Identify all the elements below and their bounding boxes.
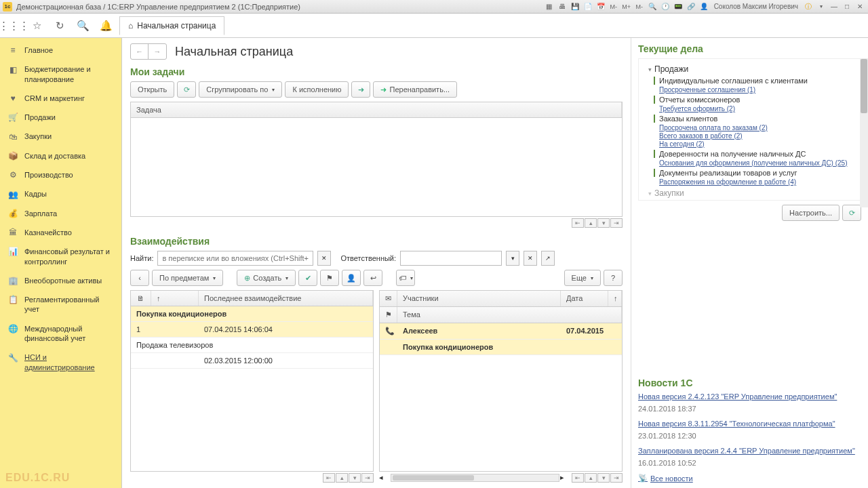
sidebar-item-sales[interactable]: 🛒Продажи — [0, 108, 121, 127]
scroll-right-icon[interactable]: ▸ — [560, 473, 571, 483]
configure-button[interactable]: Настроить... — [782, 205, 840, 221]
responsible-input[interactable] — [400, 251, 502, 266]
group-by-button[interactable]: Сгруппировать по▾ — [199, 81, 282, 98]
nav-up-icon[interactable]: ▴ — [336, 473, 348, 483]
scroll-left-icon[interactable]: ◂ — [379, 473, 390, 483]
flag-button[interactable]: ⚑ — [320, 270, 339, 286]
sidebar-item-salary[interactable]: 💰Зарплата — [0, 204, 121, 223]
messages-col-date[interactable]: Дата — [561, 291, 608, 306]
redirect-button[interactable]: ➜Перенаправить... — [373, 81, 457, 98]
nav-last-icon[interactable]: ⇥ — [610, 473, 623, 483]
subjects-col-last[interactable]: Последнее взаимодействие — [199, 291, 373, 306]
nav-down-icon[interactable]: ▾ — [597, 473, 610, 483]
table-row[interactable]: 1 07.04.2015 14:06:04 — [131, 322, 373, 338]
info-icon[interactable]: ⓘ — [803, 2, 814, 12]
clock-icon[interactable]: 🕐 — [660, 2, 671, 12]
nav-down-icon[interactable]: ▾ — [597, 218, 610, 228]
nav-down-icon[interactable]: ▾ — [349, 473, 361, 483]
subjects-col-sort[interactable]: ↑ — [151, 291, 199, 306]
maximize-icon[interactable]: □ — [842, 2, 852, 12]
current-group-sales[interactable]: Продажи — [648, 64, 858, 74]
table-row[interactable]: Продажа телевизоров — [131, 338, 373, 353]
history-icon[interactable]: ↻ — [50, 16, 69, 35]
sidebar-item-regulated[interactable]: 📋Регламентированный учет — [0, 290, 121, 319]
current-link[interactable]: Распоряжения на оформление в работе (4) — [659, 178, 858, 186]
m-minus-icon[interactable]: M- — [608, 2, 619, 12]
nav-last-icon[interactable]: ⇥ — [361, 473, 374, 483]
nav-first-icon[interactable]: ⇤ — [323, 473, 335, 483]
sidebar-item-admin[interactable]: 🔧НСИ и администрирование — [0, 348, 121, 377]
sidebar-item-purchases[interactable]: 🛍Закупки — [0, 127, 121, 146]
by-subject-button[interactable]: По предметам▾ — [152, 270, 223, 286]
forward-icon[interactable]: → — [149, 44, 166, 59]
calendar-icon[interactable]: 📅 — [595, 2, 606, 12]
sidebar-item-assets[interactable]: 🏢Внеоборотные активы — [0, 271, 121, 290]
table-row[interactable]: 📞 Алексеев 07.04.2015 — [380, 323, 622, 340]
grid-icon[interactable]: ▦ — [544, 2, 555, 12]
tab-home[interactable]: ⌂ Начальная страница — [119, 16, 224, 35]
tag-button[interactable]: 🏷▾ — [396, 270, 415, 286]
back-button[interactable]: ‹ — [130, 270, 149, 286]
nav-last-icon[interactable]: ⇥ — [610, 218, 623, 228]
print-icon[interactable]: 🖶 — [557, 2, 568, 12]
tasks-header-task[interactable]: Задача — [131, 102, 622, 117]
messages-col-participants[interactable]: Участники — [397, 291, 561, 306]
current-link[interactable]: Всего заказов в работе (2) — [659, 132, 858, 140]
bell-icon[interactable]: 🔔 — [96, 16, 115, 35]
sidebar-item-treasury[interactable]: 🏛Казначейство — [0, 223, 121, 242]
current-group-purchases[interactable]: Закупки — [648, 188, 858, 198]
messages-col-flag[interactable]: ⚑ — [380, 307, 397, 323]
doc-icon[interactable]: 📄 — [583, 2, 593, 12]
check-button[interactable]: ✔ — [298, 270, 317, 286]
news-link[interactable]: Новая версия 2.4.2.123 "ERP Управление п… — [638, 392, 837, 401]
save-icon[interactable]: 💾 — [570, 2, 580, 12]
nav-first-icon[interactable]: ⇤ — [572, 473, 584, 483]
refresh-button[interactable]: ⟳ — [177, 81, 196, 98]
messages-col-icon[interactable]: ✉ — [380, 291, 397, 306]
v-scrollbar[interactable] — [860, 58, 861, 207]
clear-responsible-button[interactable]: ✕ — [524, 251, 537, 266]
current-link[interactable]: Просроченные соглашения (1) — [659, 86, 858, 94]
nav-up-icon[interactable]: ▴ — [585, 218, 597, 228]
current-link[interactable]: Просрочена оплата по заказам (2) — [659, 124, 858, 131]
more-button[interactable]: Еще▾ — [564, 270, 601, 286]
current-link[interactable]: Основания для оформления (получение нали… — [659, 159, 858, 167]
all-news-link[interactable]: 📡Все новости — [638, 474, 861, 483]
h-scrollbar[interactable] — [391, 474, 559, 482]
news-link[interactable]: Новая версия 8.3.11.2954 "Технологическа… — [638, 420, 835, 428]
messages-col-sort[interactable]: ↑ — [608, 291, 622, 306]
create-button[interactable]: ⊕Создать▾ — [237, 270, 296, 286]
sidebar-item-hr[interactable]: 👥Кадры — [0, 184, 121, 203]
sidebar-item-main[interactable]: ≡Главное — [0, 41, 121, 60]
sidebar-item-warehouse[interactable]: 📦Склад и доставка — [0, 146, 121, 165]
sidebar-item-intl[interactable]: 🌐Международный финансовый учет — [0, 319, 121, 348]
refresh-button[interactable]: ⟳ — [842, 205, 861, 221]
table-row[interactable]: Покупка кондиционеров — [131, 306, 373, 322]
sidebar-item-production[interactable]: ⚙Производство — [0, 165, 121, 184]
take-task-button[interactable]: ➜ — [351, 81, 370, 98]
search-icon[interactable]: 🔍 — [73, 16, 92, 35]
sidebar-item-budget[interactable]: ◧Бюджетирование и планирование — [0, 60, 121, 89]
current-link[interactable]: Требуется оформить (2) — [659, 105, 858, 113]
close-icon[interactable]: ✕ — [854, 2, 865, 12]
back-icon[interactable]: ← — [131, 44, 149, 59]
calc-icon[interactable]: 📟 — [673, 2, 684, 12]
responsible-dropdown-button[interactable]: ▾ — [506, 251, 519, 266]
messages-col-subject[interactable]: Тема — [397, 307, 622, 323]
to-execution-button[interactable]: К исполнению — [285, 81, 349, 98]
minimize-icon[interactable]: — — [829, 2, 840, 12]
m-icon[interactable]: M- — [634, 2, 645, 12]
nav-first-icon[interactable]: ⇤ — [572, 218, 584, 228]
help-button[interactable]: ? — [604, 270, 623, 286]
clear-find-button[interactable]: ✕ — [317, 251, 331, 266]
open-button[interactable]: Открыть — [130, 81, 174, 98]
search-icon[interactable]: 🔍 — [647, 2, 658, 12]
reply-button[interactable]: ↩ — [363, 270, 382, 286]
link-icon[interactable]: 🔗 — [686, 2, 696, 12]
nav-up-icon[interactable]: ▴ — [585, 473, 597, 483]
table-row[interactable]: Покупка кондиционеров — [380, 340, 622, 355]
find-input[interactable] — [157, 251, 313, 266]
open-responsible-button[interactable]: ↗ — [541, 251, 555, 266]
user-button[interactable]: 👤 — [342, 270, 361, 286]
sidebar-item-finance[interactable]: 📊Финансовый результат и контроллинг — [0, 242, 121, 271]
